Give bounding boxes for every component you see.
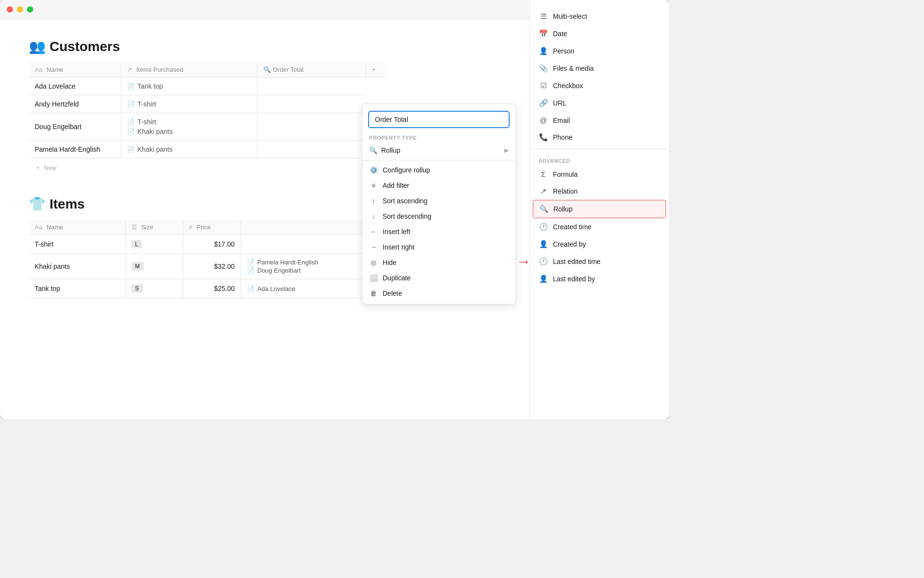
duplicate-icon: ⬜: [369, 274, 378, 282]
advanced-label: ADVANCED: [530, 152, 669, 166]
customers-icon: 👥: [29, 39, 46, 54]
relation-icon: ↗: [539, 187, 548, 196]
formula-icon: Σ: [539, 170, 548, 178]
duplicate-item[interactable]: ⬜ Duplicate: [362, 270, 515, 286]
add-filter-item[interactable]: ≡ Add filter: [362, 178, 515, 193]
rp-divider: [530, 149, 669, 149]
customers-title-text: Customers: [50, 39, 120, 54]
right-panel: ☰ Multi-select 📅 Date 👤 Person 📎 Files &…: [529, 0, 669, 419]
customer-total: [257, 95, 366, 113]
rp-checkbox[interactable]: ☑ Checkbox: [530, 77, 669, 94]
created-by-icon: 👤: [539, 240, 548, 249]
rp-files-media[interactable]: 📎 Files & media: [530, 60, 669, 77]
item-doc: 📄 Khaki pants: [127, 145, 252, 153]
delete-icon: 🗑: [369, 289, 378, 297]
rp-last-edited-by[interactable]: 👤 Last edited by: [530, 270, 669, 288]
configure-icon: ⚙️: [369, 166, 378, 174]
item-price: $32.00: [183, 254, 241, 279]
customer-items: 📄 Khaki pants: [121, 141, 257, 158]
hide-icon: ◎: [369, 259, 378, 266]
checkbox-icon: ☑: [539, 81, 548, 90]
column-dropdown: PROPERTY TYPE 🔍 Rollup ▶ ⚙️ Configure ro…: [362, 104, 516, 304]
insert-right-icon: →: [369, 243, 378, 251]
items-col-size[interactable]: ☰ Size: [125, 220, 183, 235]
rp-date[interactable]: 📅 Date: [530, 25, 669, 42]
insert-right-item[interactable]: → Insert right: [362, 239, 515, 255]
rp-last-edited-time[interactable]: 🕐 Last edited time: [530, 253, 669, 270]
item-price: $17.00: [183, 235, 241, 254]
table-row: Tank top S $25.00 📄 Ada Lovelace: [29, 279, 385, 298]
table-row: Khaki pants M $32.00 📄 Pamela Hardt-Engl…: [29, 254, 385, 279]
property-type-label: PROPERTY TYPE: [362, 132, 515, 143]
rp-created-time[interactable]: 🕐 Created time: [530, 218, 669, 236]
table-row: Ada Lovelace 📄 Tank top: [29, 78, 385, 95]
rp-person[interactable]: 👤 Person: [530, 42, 669, 60]
person-icon: 👤: [539, 47, 548, 55]
multi-select-icon: ☰: [539, 12, 548, 21]
items-col-name[interactable]: Aa Name: [29, 220, 125, 235]
rp-email[interactable]: @ Email: [530, 112, 669, 129]
customer-items: 📄 T-shirt: [121, 95, 257, 113]
phone-icon: 📞: [539, 133, 548, 142]
customer-name: Andy Hertzfeld: [29, 95, 121, 113]
table-row: T-shirt L $17.00: [29, 235, 385, 254]
item-size: M: [125, 254, 183, 279]
property-type-row[interactable]: 🔍 Rollup ▶: [362, 143, 515, 158]
item-name: Khaki pants: [29, 254, 125, 279]
item-size: L: [125, 235, 183, 254]
search-icon: 🔍: [263, 66, 271, 73]
divider: [362, 160, 515, 160]
last-edited-time-icon: 🕐: [539, 257, 548, 266]
chevron-right-icon: ▶: [504, 147, 509, 154]
sort-ascending-item[interactable]: ↑ Sort ascending: [362, 193, 515, 209]
item-doc: 📄 Khaki pants: [127, 128, 252, 135]
rp-phone[interactable]: 📞 Phone: [530, 129, 669, 146]
rp-relation[interactable]: ↗ Relation: [530, 183, 669, 200]
date-icon: 📅: [539, 29, 548, 38]
customer-name: Doug Engelbart: [29, 113, 121, 141]
last-edited-by-icon: 👤: [539, 275, 548, 283]
doc-icon: 📄: [127, 101, 135, 108]
close-button[interactable]: [7, 6, 13, 13]
doc-icon: 📄: [127, 146, 135, 153]
filter-icon: ≡: [369, 182, 378, 189]
customer-total: [257, 113, 366, 141]
customers-col-items[interactable]: ↗ Items Purchased: [121, 62, 257, 78]
hide-item[interactable]: ◎ Hide: [362, 255, 515, 270]
customers-col-name[interactable]: Aa Name: [29, 62, 121, 78]
customers-table: Aa Name ↗ Items Purchased 🔍 Order Total …: [29, 62, 385, 158]
created-time-icon: 🕐: [539, 223, 548, 231]
customer-items: 📄 T-shirt 📄 Khaki pants: [121, 113, 257, 141]
rp-created-by[interactable]: 👤 Created by: [530, 236, 669, 253]
column-name-input[interactable]: [368, 111, 510, 128]
delete-item[interactable]: 🗑 Delete: [362, 286, 515, 301]
customer-name: Ada Lovelace: [29, 78, 121, 95]
insert-left-item[interactable]: ← Insert left: [362, 224, 515, 239]
doc-icon: 📄: [127, 118, 135, 126]
configure-rollup-item[interactable]: ⚙️ Configure rollup: [362, 162, 515, 178]
rollup-icon: 🔍: [539, 205, 549, 213]
rp-formula[interactable]: Σ Formula: [530, 166, 669, 183]
rp-rollup[interactable]: 🔍 Rollup: [533, 200, 666, 218]
item-doc: 📄 T-shirt: [127, 118, 252, 126]
item-name: Tank top: [29, 279, 125, 298]
sort-asc-icon: ↑: [369, 197, 378, 205]
url-icon: 🔗: [539, 99, 548, 107]
sort-descending-item[interactable]: ↓ Sort descending: [362, 209, 515, 224]
table-row: Pamela Hardt-English 📄 Khaki pants: [29, 141, 385, 158]
items-icon: 👕: [29, 196, 46, 212]
table-row: Doug Engelbart 📄 T-shirt 📄 Khaki pants: [29, 113, 385, 141]
maximize-button[interactable]: [27, 6, 33, 13]
items-col-price[interactable]: # Price: [183, 220, 241, 235]
rp-url[interactable]: 🔗 URL: [530, 94, 669, 112]
customers-col-total[interactable]: 🔍 Order Total: [257, 62, 366, 78]
rp-multi-select[interactable]: ☰ Multi-select: [530, 8, 669, 25]
files-icon: 📎: [539, 64, 548, 73]
items-title-text: Items: [50, 197, 85, 212]
customers-add-col[interactable]: +: [366, 62, 385, 78]
email-icon: @: [539, 116, 548, 124]
minimize-button[interactable]: [17, 6, 23, 13]
doc-icon: 📄: [127, 128, 135, 135]
items-type-icon: ↗: [127, 66, 132, 73]
customer-total: [257, 78, 366, 95]
